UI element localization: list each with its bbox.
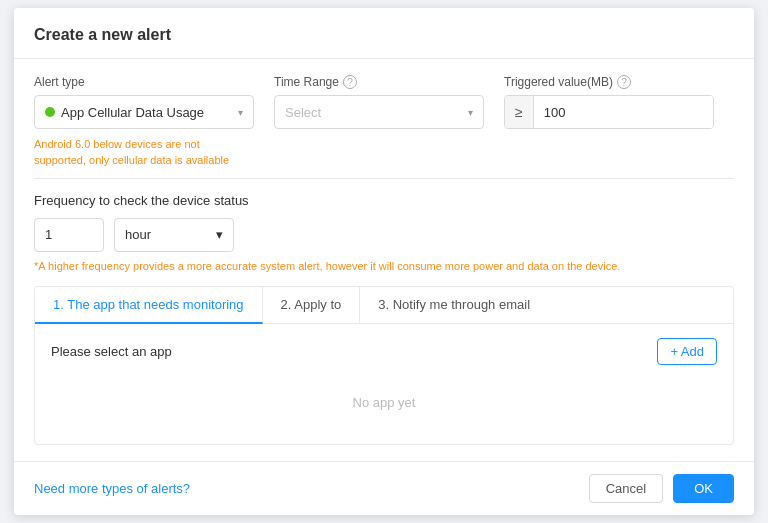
frequency-row: hour ▾ [34,218,734,252]
tab-app-monitoring[interactable]: 1. The app that needs monitoring [35,287,263,324]
time-range-placeholder: Select [285,105,468,120]
triggered-value-input[interactable] [534,96,713,128]
alert-type-select[interactable]: App Cellular Data Usage ▾ [34,95,254,129]
triggered-operator: ≥ [505,96,534,128]
form-row-top: Alert type App Cellular Data Usage ▾ And… [34,75,734,168]
time-range-label: Time Range ? [274,75,484,89]
dialog-header: Create a new alert [14,8,754,59]
alert-type-label: Alert type [34,75,254,89]
triggered-value-group: Triggered value(MB) ? ≥ [504,75,714,129]
ok-button[interactable]: OK [673,474,734,503]
frequency-unit-value: hour [125,227,151,242]
dialog-footer: Need more types of alerts? Cancel OK [14,461,754,515]
triggered-value-input-row: ≥ [504,95,714,129]
frequency-note: *A higher frequency provides a more accu… [34,260,734,272]
chevron-down-icon: ▾ [238,107,243,118]
time-range-help-icon[interactable]: ? [343,75,357,89]
tab-content-header: Please select an app + Add [51,338,717,365]
dialog-body: Alert type App Cellular Data Usage ▾ And… [14,59,754,461]
green-dot-icon [45,107,55,117]
tab-notify-email[interactable]: 3. Notify me through email [360,287,548,323]
frequency-label: Frequency to check the device status [34,193,734,208]
alert-type-group: Alert type App Cellular Data Usage ▾ And… [34,75,254,168]
time-range-group: Time Range ? Select ▾ [274,75,484,129]
time-range-chevron-icon: ▾ [468,107,473,118]
create-alert-dialog: Create a new alert Alert type App Cellul… [14,8,754,515]
alert-type-warning: Android 6.0 below devices are not suppor… [34,137,254,168]
no-app-text: No app yet [353,395,416,410]
divider-1 [34,178,734,179]
select-app-text: Please select an app [51,344,172,359]
no-app-area: No app yet [51,375,717,430]
frequency-unit-select[interactable]: hour ▾ [114,218,234,252]
need-more-link[interactable]: Need more types of alerts? [34,481,190,496]
dialog-title: Create a new alert [34,26,171,43]
frequency-number-input[interactable] [34,218,104,252]
triggered-value-label: Triggered value(MB) ? [504,75,714,89]
triggered-value-help-icon[interactable]: ? [617,75,631,89]
footer-buttons: Cancel OK [589,474,734,503]
tabs-container: 1. The app that needs monitoring 2. Appl… [34,286,734,445]
tabs-header: 1. The app that needs monitoring 2. Appl… [35,287,733,324]
tab-apply-to[interactable]: 2. Apply to [263,287,361,323]
tab-content-app: Please select an app + Add No app yet [35,324,733,444]
frequency-unit-chevron-icon: ▾ [216,227,223,242]
alert-type-value: App Cellular Data Usage [61,105,238,120]
cancel-button[interactable]: Cancel [589,474,663,503]
time-range-select[interactable]: Select ▾ [274,95,484,129]
add-app-button[interactable]: + Add [657,338,717,365]
